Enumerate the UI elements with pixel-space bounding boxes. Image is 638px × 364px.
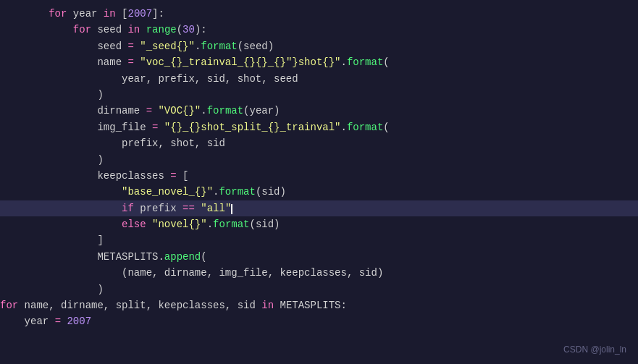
line-content: year = 2007 (0, 313, 638, 329)
code-line: img_file = "{}_{}shot_split_{}_trainval"… (0, 119, 638, 135)
code-line: for year in [2007]: (0, 6, 638, 22)
line-content: (name, dirname, img_file, keepclasses, s… (0, 265, 638, 281)
line-content: for seed in range(30): (0, 22, 638, 38)
line-content: METASPLITS.append( (0, 249, 638, 265)
line-content: if prefix == "all" (0, 200, 638, 216)
code-line: (name, dirname, img_file, keepclasses, s… (0, 265, 638, 281)
code-line: dirname = "VOC{}".format(year) (0, 103, 638, 119)
line-content: dirname = "VOC{}".format(year) (0, 103, 638, 119)
code-line: for seed in range(30): (0, 22, 638, 38)
code-line: ) (0, 87, 638, 103)
line-content: ) (0, 152, 638, 168)
line-content: img_file = "{}_{}shot_split_{}_trainval"… (0, 119, 638, 135)
line-content: for name, dirname, split, keepclasses, s… (0, 297, 638, 313)
line-content: year, prefix, sid, shot, seed (0, 71, 638, 87)
code-line: year, prefix, sid, shot, seed (0, 71, 638, 87)
line-content: seed = "_seed{}".format(seed) (0, 38, 638, 54)
code-line: for name, dirname, split, keepclasses, s… (0, 297, 638, 313)
code-line: if prefix == "all" (0, 200, 638, 216)
code-editor: for year in [2007]: for seed in range(30… (0, 0, 638, 364)
code-line: seed = "_seed{}".format(seed) (0, 38, 638, 54)
line-content: prefix, shot, sid (0, 135, 638, 151)
code-line: ) (0, 152, 638, 168)
watermark-text: CSDN @jolin_ln (563, 343, 626, 357)
line-content: "base_novel_{}".format(sid) (0, 184, 638, 200)
code-line: METASPLITS.append( (0, 249, 638, 265)
code-line: else "novel{}".format(sid) (0, 216, 638, 232)
line-content: ) (0, 282, 638, 297)
line-content: ] (0, 232, 638, 248)
line-content: ) (0, 87, 638, 103)
code-line: name = "voc_{}_trainval_{}{}_{}"}shot{}"… (0, 54, 638, 70)
code-line: ] (0, 232, 638, 248)
line-content: else "novel{}".format(sid) (0, 216, 638, 232)
code-line: prefix, shot, sid (0, 135, 638, 151)
code-line: year = 2007 (0, 313, 638, 329)
line-content: keepclasses = [ (0, 168, 638, 184)
code-line: "base_novel_{}".format(sid) (0, 184, 638, 200)
code-line: ) (0, 282, 638, 297)
line-content: for year in [2007]: (0, 6, 638, 22)
code-line: keepclasses = [ (0, 168, 638, 184)
line-content: name = "voc_{}_trainval_{}{}_{}"}shot{}"… (0, 54, 638, 70)
